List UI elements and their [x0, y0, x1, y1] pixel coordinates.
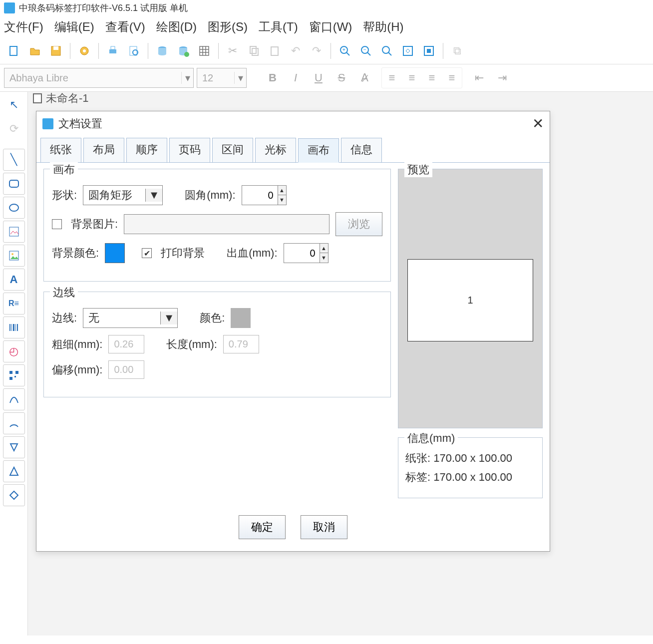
svg-text:−: − — [363, 47, 366, 52]
group-button[interactable]: ⧉ — [447, 41, 467, 61]
ok-button[interactable]: 确定 — [239, 515, 286, 539]
align-center-button[interactable]: ≡ — [402, 68, 422, 88]
barcode-tool[interactable] — [3, 317, 25, 338]
bgcolor-swatch[interactable] — [105, 243, 125, 263]
fit-window-button[interactable] — [398, 41, 418, 61]
close-icon[interactable]: ✕ — [532, 115, 544, 132]
ellipse-tool[interactable] — [3, 197, 25, 219]
document-icon — [33, 93, 42, 103]
redo-button[interactable]: ↷ — [307, 41, 326, 61]
tab-cursor[interactable]: 光标 — [255, 138, 296, 162]
tab-paper[interactable]: 纸张 — [40, 138, 81, 162]
menu-draw[interactable]: 绘图(D) — [156, 19, 197, 35]
underline-button[interactable]: U — [309, 68, 328, 88]
bgimage-field[interactable] — [124, 214, 329, 234]
strike-button[interactable]: S — [331, 68, 351, 88]
clear-format-button[interactable]: A̷ — [354, 68, 374, 88]
undo-button[interactable]: ↶ — [286, 41, 306, 61]
image-outline-tool[interactable] — [3, 221, 25, 243]
print-bg-checkbox[interactable]: ✔ — [142, 248, 152, 258]
bleed-value[interactable] — [284, 248, 320, 259]
richtext-tool[interactable]: R≡ — [3, 293, 25, 315]
zoom-out-button[interactable]: − — [356, 41, 376, 61]
grid-button[interactable] — [194, 41, 214, 61]
document-tab[interactable]: 未命名-1 — [33, 91, 89, 106]
menu-tool[interactable]: 工具(T) — [259, 19, 298, 35]
menu-help[interactable]: 帮助(H) — [363, 19, 403, 35]
zoom-fit-button[interactable] — [377, 41, 397, 61]
tab-page[interactable]: 页码 — [169, 138, 210, 162]
qrcode-tool[interactable]: ◴ — [3, 340, 25, 362]
fit-page-button[interactable] — [419, 41, 439, 61]
radius-input[interactable]: ▲▼ — [242, 185, 287, 205]
separator — [148, 43, 148, 59]
side-toolbox: ↖ ⟳ ╲ A R≡ ◴ — [0, 92, 28, 636]
chevron-down-icon[interactable]: ▼ — [145, 189, 162, 202]
pointer-tool[interactable]: ↖ — [3, 94, 25, 116]
line-tool[interactable]: ╲ — [3, 149, 25, 171]
cancel-button[interactable]: 取消 — [301, 515, 347, 539]
arc-tool[interactable] — [3, 412, 25, 434]
radius-spinners[interactable]: ▲▼ — [278, 186, 286, 205]
diamond-tool[interactable] — [3, 484, 25, 506]
title-bar: 中琅条码标签打印软件-V6.5.1 试用版 单机 — [0, 0, 653, 16]
zoom-in-button[interactable]: + — [335, 41, 355, 61]
tab-range[interactable]: 区间 — [212, 138, 253, 162]
open-button[interactable] — [25, 41, 45, 61]
new-doc-button[interactable] — [4, 41, 24, 61]
align-justify-button[interactable]: ≡ — [442, 68, 462, 88]
border-label: 边线: — [52, 311, 77, 325]
tab-canvas[interactable]: 画布 — [298, 138, 339, 163]
chevron-down-icon[interactable]: ▾ — [234, 72, 246, 84]
font-family-combo[interactable]: Abhaya Libre ▾ — [4, 68, 194, 88]
paste-button[interactable] — [265, 41, 285, 61]
image-tool[interactable] — [3, 245, 25, 267]
triangle-tool[interactable] — [3, 460, 25, 482]
save-button[interactable] — [46, 41, 66, 61]
curve-tool[interactable] — [3, 388, 25, 410]
italic-button[interactable]: I — [286, 68, 306, 88]
tab-order[interactable]: 顺序 — [126, 138, 167, 162]
rounded-rect-tool[interactable] — [3, 173, 25, 195]
preview-legend: 预览 — [404, 162, 432, 177]
bold-button[interactable]: B — [263, 68, 283, 88]
indent-left-button[interactable]: ⇤ — [469, 68, 489, 88]
align-right-button[interactable]: ≡ — [422, 68, 442, 88]
shape-select[interactable]: 圆角矩形 ▼ — [83, 185, 163, 205]
print-preview-button[interactable] — [124, 41, 144, 61]
menu-view[interactable]: 查看(V) — [105, 19, 145, 35]
text-tool[interactable]: A — [3, 269, 25, 291]
border-color-swatch[interactable] — [231, 308, 251, 328]
menu-file[interactable]: 文件(F) — [4, 19, 43, 35]
svg-rect-35 — [17, 324, 18, 331]
database-button[interactable] — [152, 41, 172, 61]
bleed-label: 出血(mm): — [227, 246, 277, 261]
radius-value[interactable] — [242, 190, 278, 201]
copy-button[interactable] — [244, 41, 264, 61]
bleed-input[interactable]: ▲▼ — [284, 243, 328, 263]
tab-info[interactable]: 信息 — [341, 138, 382, 162]
menu-window[interactable]: 窗口(W) — [309, 19, 352, 35]
database-add-button[interactable] — [173, 41, 193, 61]
chevron-down-icon[interactable]: ▼ — [160, 312, 177, 324]
menu-edit[interactable]: 编辑(E) — [54, 19, 94, 35]
menu-shape[interactable]: 图形(S) — [208, 19, 248, 35]
cut-button[interactable]: ✂ — [223, 41, 243, 61]
align-left-button[interactable]: ≡ — [382, 68, 402, 88]
menu-bar: 文件(F) 编辑(E) 查看(V) 绘图(D) 图形(S) 工具(T) 窗口(W… — [0, 16, 653, 38]
tab-layout[interactable]: 布局 — [83, 138, 124, 162]
info-label-label: 标签: — [405, 471, 430, 483]
settings-button[interactable] — [74, 41, 94, 61]
rotate-tool[interactable]: ⟳ — [3, 118, 25, 140]
indent-right-button[interactable]: ⇥ — [492, 68, 512, 88]
polygon-tool[interactable] — [3, 436, 25, 458]
bleed-spinners[interactable]: ▲▼ — [320, 244, 328, 263]
chevron-down-icon[interactable]: ▾ — [181, 72, 193, 84]
svg-rect-31 — [9, 324, 10, 331]
font-size-combo[interactable]: 12 ▾ — [197, 68, 247, 88]
bgimage-checkbox[interactable] — [52, 219, 62, 229]
border-select[interactable]: 无 ▼ — [83, 308, 178, 328]
2dbarcode-tool[interactable] — [3, 364, 25, 386]
browse-button[interactable]: 浏览 — [335, 212, 382, 236]
print-button[interactable] — [103, 41, 123, 61]
